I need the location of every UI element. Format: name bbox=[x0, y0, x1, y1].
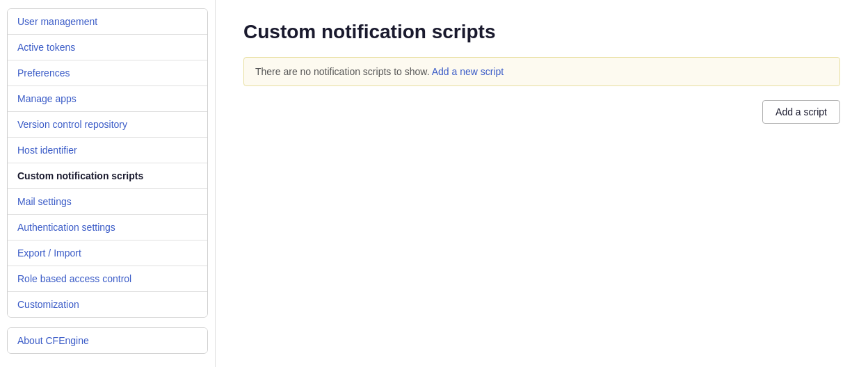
sidebar-item-preferences[interactable]: Preferences bbox=[8, 60, 207, 86]
info-banner: There are no notification scripts to sho… bbox=[243, 57, 840, 86]
sidebar-item-custom-notification-scripts[interactable]: Custom notification scripts bbox=[8, 163, 207, 189]
sidebar: User managementActive tokensPreferencesM… bbox=[0, 0, 216, 367]
sidebar-nav: User managementActive tokensPreferencesM… bbox=[7, 8, 208, 318]
sidebar-item-mail-settings[interactable]: Mail settings bbox=[8, 189, 207, 215]
add-new-script-link[interactable]: Add a new script bbox=[432, 66, 504, 77]
sidebar-item-user-management[interactable]: User management bbox=[8, 9, 207, 35]
sidebar-item-customization[interactable]: Customization bbox=[8, 292, 207, 317]
add-script-button-row: Add a script bbox=[243, 100, 840, 124]
sidebar-item-version-control-repository[interactable]: Version control repository bbox=[8, 112, 207, 138]
sidebar-item-active-tokens[interactable]: Active tokens bbox=[8, 35, 207, 60]
main-content: Custom notification scripts There are no… bbox=[216, 0, 868, 367]
info-banner-text: There are no notification scripts to sho… bbox=[255, 66, 430, 77]
sidebar-item-export-import[interactable]: Export / Import bbox=[8, 240, 207, 266]
add-script-button[interactable]: Add a script bbox=[762, 100, 840, 124]
page-title: Custom notification scripts bbox=[243, 21, 840, 43]
sidebar-item-manage-apps[interactable]: Manage apps bbox=[8, 86, 207, 112]
sidebar-about-section: About CFEngine bbox=[7, 327, 208, 354]
sidebar-item-about-cfengine[interactable]: About CFEngine bbox=[8, 328, 207, 353]
sidebar-item-host-identifier[interactable]: Host identifier bbox=[8, 138, 207, 163]
sidebar-item-role-based-access-control[interactable]: Role based access control bbox=[8, 266, 207, 292]
sidebar-item-authentication-settings[interactable]: Authentication settings bbox=[8, 215, 207, 240]
